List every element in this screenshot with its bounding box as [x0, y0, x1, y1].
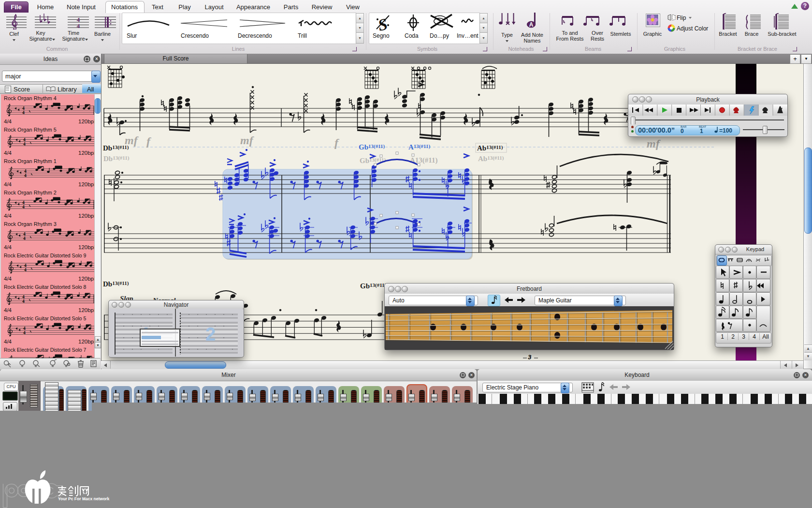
- svg-text:Decrescendo: Decrescendo: [238, 32, 272, 39]
- svg-text:Coda: Coda: [405, 32, 419, 39]
- svg-text:A: A: [529, 21, 534, 28]
- svg-text:=100: =100: [719, 127, 732, 134]
- svg-text:Crescendo: Crescendo: [181, 32, 209, 39]
- svg-text:Slur: Slur: [127, 32, 137, 39]
- svg-text:Inv…ent: Inv…ent: [457, 32, 478, 39]
- svg-text:Your Pc For Macx network: Your Pc For Macx network: [58, 496, 109, 501]
- svg-text:Trill: Trill: [298, 32, 307, 39]
- svg-text:2: 2: [205, 324, 216, 344]
- svg-text:Segno: Segno: [373, 32, 390, 39]
- svg-text:Do…py: Do…py: [430, 32, 449, 39]
